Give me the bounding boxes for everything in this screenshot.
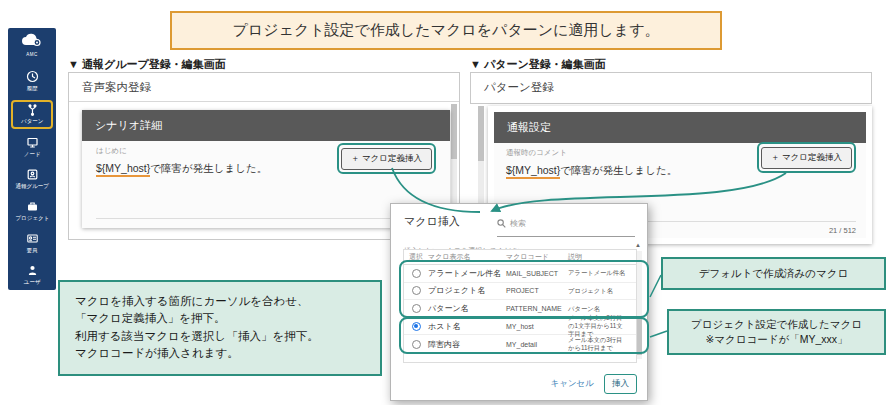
operation-history-icon: [26, 296, 39, 309]
table-row[interactable]: 障害内容 MY_detail メール本文の3行目から11行目まで: [404, 335, 636, 353]
cancel-button[interactable]: キャンセル: [551, 378, 595, 390]
project-macros-callout: プロジェクト設定で作成したマクロ ※マクロコードが「MY_xxx」: [667, 309, 886, 355]
project-icon: [26, 200, 39, 213]
macro-table: 選択 マクロ表示名 マクロコード 説明 アラートメール件名 MAIL_SUBJE…: [403, 249, 637, 363]
macro-button-highlight: ＋ マクロ定義挿入: [337, 143, 436, 174]
default-macros-callout: デフォルトで作成済みのマクロ: [661, 257, 886, 290]
insert-button[interactable]: 挿入: [604, 374, 637, 394]
char-counter: 21 / 512: [829, 226, 856, 235]
macro-insert-dialog: マクロ挿入 検索 挿入したいマクロを選択してください 選択 マクロ表示名 マクロ…: [390, 203, 648, 401]
alert-setting-title: 通報設定: [494, 112, 866, 143]
macro-token: ${MY_host}: [506, 164, 560, 179]
sidebar-item-pattern[interactable]: パターン: [11, 100, 53, 129]
voice-guide-card-title: 音声案内登録: [69, 73, 459, 102]
search-placeholder: 検索: [510, 218, 526, 229]
table-row[interactable]: ホスト名 MY_host メール本文の2行目の1文字目から11文字目まで: [404, 318, 636, 336]
cloud-logo-icon: [21, 33, 43, 51]
alert-group-icon: [26, 168, 39, 181]
dialog-title: マクロ挿入: [404, 214, 460, 229]
connector-default-callout: [650, 275, 661, 297]
user-icon: [26, 264, 39, 277]
sidebar-item-user[interactable]: ユーザ: [11, 262, 53, 289]
radio-button[interactable]: [412, 322, 421, 331]
search-input[interactable]: 検索: [497, 214, 635, 237]
sidebar-item-operation-history[interactable]: 操作履歴: [11, 294, 53, 321]
sidebar-item-project[interactable]: プロジェクト: [11, 198, 53, 225]
scenario-detail-title: シナリオ詳細: [82, 110, 450, 141]
app-logo[interactable]: AMC: [21, 33, 43, 57]
sidebar: AMC 履歴 パターン ノード 通報グループ プロジェクト 要員: [8, 28, 56, 290]
instruction-callout: マクロを挿入する箇所にカーソルを合わせ、 「マクロ定義挿入」を押下。 利用する該…: [58, 280, 382, 376]
title-banner: プロジェクト設定で作成したマクロをパターンに適用します。: [170, 11, 722, 50]
staff-icon: [26, 232, 39, 245]
table-row[interactable]: アラートメール件名 MAIL_SUBJECT アラートメール件名: [404, 265, 636, 283]
title-banner-text: プロジェクト設定で作成したマクロをパターンに適用します。: [232, 21, 659, 40]
radio-button[interactable]: [412, 340, 421, 349]
left-screen-heading: ▼ 通報グループ登録・編集画面: [68, 57, 226, 72]
sidebar-item-staff[interactable]: 要員: [11, 230, 53, 257]
right-screen-heading: ▼ パターン登録・編集画面: [470, 57, 606, 72]
table-scrollbar[interactable]: ▲: [637, 251, 642, 359]
table-row[interactable]: プロジェクト名 PROJECT プロジェクト名: [404, 283, 636, 301]
pattern-icon: [26, 103, 39, 116]
macro-button-highlight: ＋ マクロ定義挿入: [757, 142, 856, 173]
app-logo-label: AMC: [26, 52, 38, 57]
page: AMC 履歴 パターン ノード 通報グループ プロジェクト 要員: [0, 0, 890, 405]
connector-project-callout: [650, 331, 667, 337]
history-icon: [26, 70, 39, 83]
sidebar-item-node[interactable]: ノード: [11, 134, 53, 161]
sidebar-item-alert-group[interactable]: 通報グループ: [11, 166, 53, 193]
textarea-bottom-rule: [96, 218, 436, 219]
sidebar-item-history[interactable]: 履歴: [11, 68, 53, 95]
macro-table-header: 選択 マクロ表示名 マクロコード 説明: [404, 250, 636, 265]
pattern-register-card: パターン登録: [470, 72, 872, 104]
radio-button[interactable]: [412, 286, 421, 295]
radio-button[interactable]: [412, 269, 421, 278]
scrollbar-thumb[interactable]: [451, 104, 457, 159]
scroll-up-icon[interactable]: ▲: [635, 242, 641, 248]
search-icon: [497, 214, 506, 232]
node-icon: [26, 136, 39, 149]
macro-define-insert-button-left[interactable]: ＋ マクロ定義挿入: [341, 148, 432, 170]
scrollbar-thumb[interactable]: [478, 106, 484, 161]
radio-button[interactable]: [412, 304, 421, 313]
macro-token: ${MY_host}: [96, 162, 150, 177]
pattern-register-card-title: パターン登録: [471, 73, 871, 102]
scrollbar-thumb[interactable]: [637, 319, 642, 355]
macro-define-insert-button-right[interactable]: ＋ マクロ定義挿入: [761, 147, 852, 169]
